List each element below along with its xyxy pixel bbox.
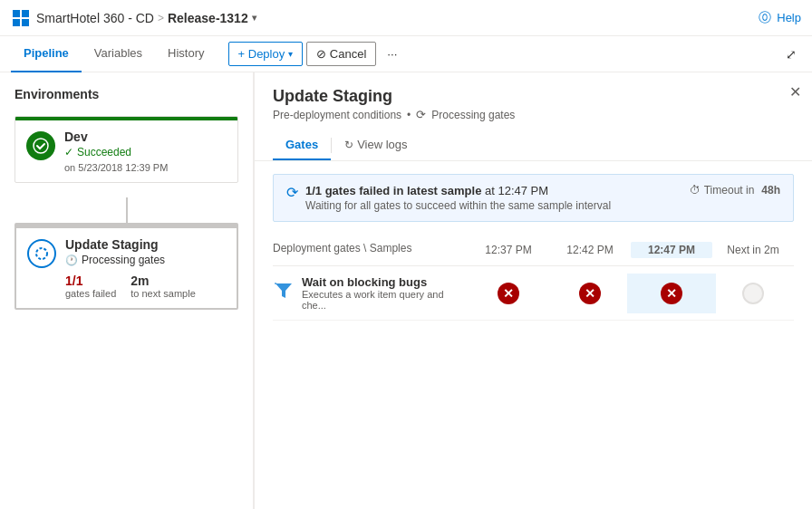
svg-rect-2 [13, 19, 20, 26]
processing-spinner-icon: ⟳ [416, 108, 426, 121]
alert-box: ⟳ 1/1 gates failed in latest sample at 1… [273, 174, 794, 222]
right-panel: ✕ Update Staging Pre-deployment conditio… [254, 72, 812, 509]
dev-env-info: Dev ✓ Succeeded on 5/23/2018 12:39 PM [64, 130, 227, 173]
fail-icon-1: ✕ [498, 283, 519, 304]
fail-icon-3: ✕ [661, 283, 682, 304]
alert-title: 1/1 gates failed in latest sample at 12:… [305, 184, 611, 197]
alert-text: 1/1 gates failed in latest sample at 12:… [305, 184, 611, 212]
expand-icon: ⤢ [786, 47, 797, 62]
help-circle-icon: ⓪ [759, 10, 771, 26]
alert-subtitle: Waiting for all gates to succeed within … [305, 199, 611, 212]
svg-rect-1 [22, 10, 29, 17]
gate-status-4 [712, 283, 794, 304]
gate-name-cell: Wait on blocking bugs Executes a work it… [273, 275, 468, 311]
tab-view-logs[interactable]: ↻ View logs [332, 130, 420, 160]
empty-status-icon [742, 283, 764, 304]
table-header: Deployment gates \ Samples 12:37 PM 12:4… [273, 235, 794, 266]
table-row: Wait on blocking bugs Executes a work it… [273, 266, 794, 321]
fail-icon-2: ✕ [579, 283, 601, 304]
alert-left: ⟳ 1/1 gates failed in latest sample at 1… [286, 184, 611, 212]
staging-env-metrics: 1/1 gates failed 2m to next sample [65, 274, 226, 299]
panel-tabs: Gates ↻ View logs [273, 130, 794, 160]
col-header-1237: 12:37 PM [468, 242, 549, 258]
staging-env-info: Update Staging 🕐 Processing gates 1/1 ga… [65, 237, 226, 299]
breadcrumb-separator: > [158, 12, 164, 24]
tab-history[interactable]: History [155, 36, 217, 72]
svg-point-5 [36, 248, 47, 259]
dev-env-icon [26, 131, 55, 160]
staging-env-status: 🕐 Processing gates [65, 254, 226, 266]
check-icon: ✓ [64, 146, 73, 158]
col-header-1247: 12:47 PM [631, 242, 712, 258]
nav-actions: + Deploy ▾ ⊘ Cancel ··· [228, 42, 405, 66]
gate-filter-icon [273, 280, 295, 306]
gate-status-1: ✕ [468, 283, 549, 304]
topbar-left: SmartHotel 360 - CD > Release-1312 ▾ [11, 8, 256, 28]
clock-icon: 🕐 [65, 254, 78, 266]
staging-env-icon [27, 239, 56, 268]
cancel-button[interactable]: ⊘ Cancel [306, 42, 376, 66]
svg-rect-3 [22, 19, 29, 26]
col-header-1242: 12:42 PM [549, 242, 631, 258]
svg-rect-0 [13, 10, 20, 17]
col-header-next: Next in 2m [712, 242, 794, 258]
dev-env-name: Dev [64, 130, 227, 144]
dev-env-date: on 5/23/2018 12:39 PM [64, 162, 227, 173]
environments-title: Environments [14, 87, 238, 101]
staging-card-body: Update Staging 🕐 Processing gates 1/1 ga… [16, 228, 237, 308]
panel-header: ✕ Update Staging Pre-deployment conditio… [255, 72, 812, 161]
gate-desc: Executes a work item query and che... [302, 289, 468, 311]
left-panel: Environments Dev ✓ Succeeded on 5/ [0, 72, 254, 509]
expand-button[interactable]: ⤢ [781, 43, 801, 66]
deploy-chevron-icon: ▾ [288, 49, 293, 59]
subtitle-sep: • [407, 109, 411, 121]
staging-env-name: Update Staging [65, 237, 226, 252]
tab-variables[interactable]: Variables [82, 36, 155, 72]
app-grid-icon [11, 8, 31, 28]
gate-name: Wait on blocking bugs [302, 275, 468, 289]
clock-timeout-icon: ⏱ [690, 184, 701, 197]
breadcrumb-current[interactable]: Release-1312 ▾ [168, 11, 256, 25]
svg-point-4 [34, 139, 48, 153]
alert-timeout: ⏱ Timeout in 48h [690, 184, 780, 197]
col-header-name: Deployment gates \ Samples [273, 242, 468, 258]
dev-env-status: ✓ Succeeded [64, 146, 227, 158]
navbar: Pipeline Variables History + Deploy ▾ ⊘ … [0, 36, 812, 72]
chevron-down-icon: ▾ [252, 13, 256, 23]
connector-line [126, 197, 128, 223]
svg-marker-6 [276, 283, 292, 298]
refresh-icon: ↻ [344, 139, 353, 151]
env-card-update-staging[interactable]: Update Staging 🕐 Processing gates 1/1 ga… [14, 223, 238, 310]
close-button[interactable]: ✕ [789, 83, 801, 101]
env-card-dev[interactable]: Dev ✓ Succeeded on 5/23/2018 12:39 PM [14, 116, 238, 183]
gate-status-2: ✕ [549, 283, 631, 304]
deploy-button[interactable]: + Deploy ▾ [228, 42, 304, 66]
tab-gates[interactable]: Gates [273, 130, 331, 160]
panel-title: Update Staging [273, 87, 794, 106]
more-options-button[interactable]: ··· [380, 43, 404, 65]
panel-subtitle: Pre-deployment conditions • ⟳ Processing… [273, 108, 794, 121]
dev-card-body: Dev ✓ Succeeded on 5/23/2018 12:39 PM [15, 120, 237, 182]
metric-next-sample: 2m to next sample [130, 274, 196, 299]
help-link[interactable]: ⓪ Help [759, 10, 801, 26]
topbar: SmartHotel 360 - CD > Release-1312 ▾ ⓪ H… [0, 0, 812, 36]
tab-pipeline[interactable]: Pipeline [11, 36, 82, 72]
alert-spinner-icon: ⟳ [286, 184, 298, 201]
metric-gates-failed: 1/1 gates failed [65, 274, 116, 299]
gate-status-3-highlighted: ✕ [627, 274, 716, 313]
main-content: Environments Dev ✓ Succeeded on 5/ [0, 72, 812, 509]
breadcrumb-parent[interactable]: SmartHotel 360 - CD [36, 11, 154, 25]
gate-table: Deployment gates \ Samples 12:37 PM 12:4… [273, 235, 794, 321]
breadcrumb: SmartHotel 360 - CD > Release-1312 ▾ [36, 11, 256, 25]
